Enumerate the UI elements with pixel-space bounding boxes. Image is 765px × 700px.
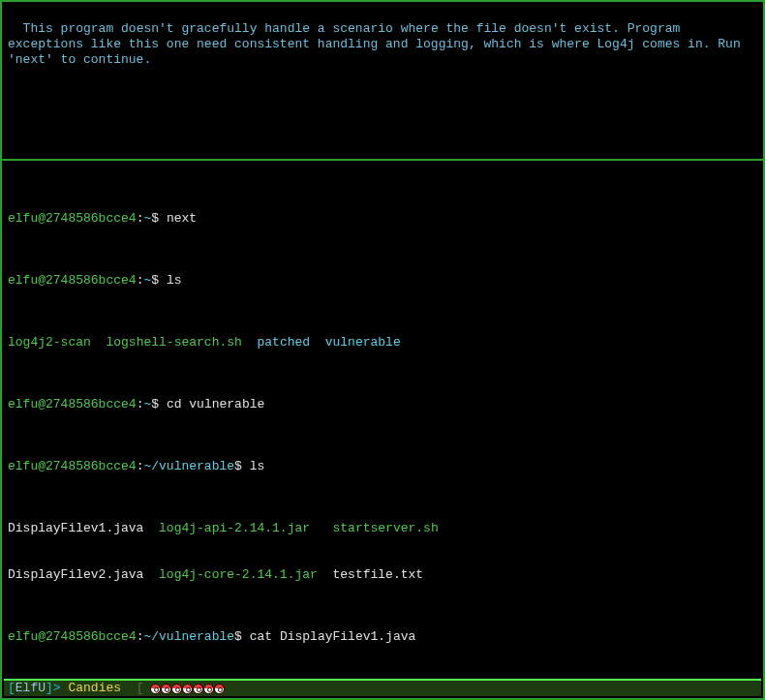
candy-icon — [171, 684, 182, 694]
instruction-text: This program doesn't gracefully handle a… — [8, 21, 749, 67]
cmd-cd: cd vulnerable — [167, 397, 264, 411]
terminal-pane[interactable]: elfu@2748586bcce4:~$ next elfu@2748586bc… — [2, 161, 763, 679]
candies-icons — [150, 684, 225, 694]
status-label: Candies — [68, 681, 121, 696]
cmd-next: next — [167, 211, 197, 226]
prompt-sigil: $ — [151, 211, 159, 226]
prompt-line: elfu@2748586bcce4:~/vulnerable$ ls — [8, 459, 757, 474]
candy-icon — [203, 684, 214, 694]
candy-icon — [214, 684, 225, 694]
status-bracket: [ — [8, 681, 15, 696]
prompt-user-host: elfu@2748586bcce4 — [8, 211, 137, 226]
ls-output: log4j2-scan logshell-search.sh patched v… — [8, 335, 757, 350]
cmd-ls: ls — [167, 273, 182, 288]
ls-output: DisplayFilev1.java log4j-api-2.14.1.jar … — [8, 521, 757, 536]
status-tag: ElfU — [15, 681, 46, 696]
status-bar: [ElfU]> Candies [ — [4, 679, 761, 696]
candy-icon — [182, 684, 193, 694]
status-bracket: ] — [46, 681, 53, 696]
status-box-l: [ — [137, 681, 144, 696]
cmd-cat: cat DisplayFilev1.java — [250, 629, 416, 644]
candy-icon — [193, 684, 203, 694]
candy-icon — [161, 684, 171, 694]
prompt-line: elfu@2748586bcce4:~$ cd vulnerable — [8, 397, 757, 412]
prompt-line: elfu@2748586bcce4:~/vulnerable$ cat Disp… — [8, 629, 757, 645]
status-gt: > — [53, 681, 61, 696]
candy-icon — [150, 684, 161, 694]
prompt-line: elfu@2748586bcce4:~$ next — [8, 211, 757, 227]
cmd-ls2: ls — [250, 459, 265, 473]
instruction-pane: This program doesn't gracefully handle a… — [2, 2, 763, 161]
prompt-line: elfu@2748586bcce4:~$ ls — [8, 273, 757, 289]
ls-output: DisplayFilev2.java log4j-core-2.14.1.jar… — [8, 567, 757, 583]
